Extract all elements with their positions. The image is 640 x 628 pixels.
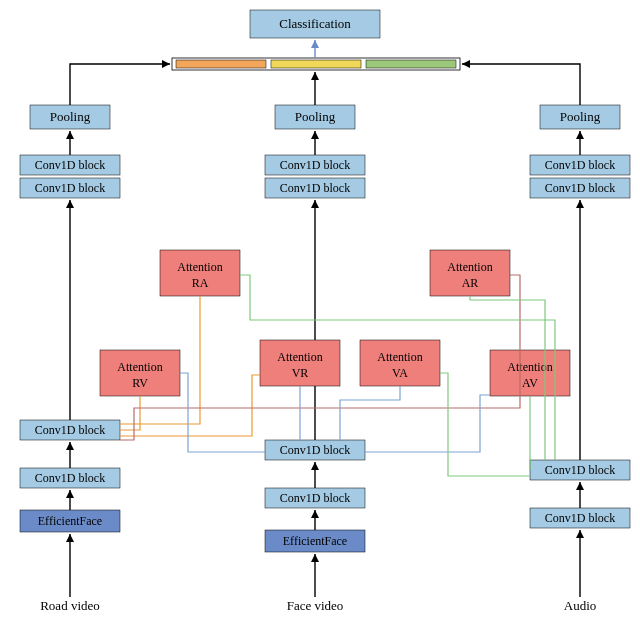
wire-va-q <box>340 386 400 440</box>
fused-segment-left <box>176 60 266 68</box>
road-pooling: Pooling <box>50 109 91 124</box>
attn-ra-l2: RA <box>192 276 209 290</box>
attn-ar-l1: Attention <box>447 260 492 274</box>
road-conv2: Conv1D block <box>35 423 105 437</box>
attn-vr-l2: VR <box>292 366 309 380</box>
attn-va-l1: Attention <box>377 350 422 364</box>
audio-conv1: Conv1D block <box>545 511 615 525</box>
audio-conv4: Conv1D block <box>545 158 615 172</box>
audio-conv3: Conv1D block <box>545 181 615 195</box>
fused-segment-right <box>366 60 456 68</box>
col-audio: Pooling Conv1D block Conv1D block Conv1D… <box>462 64 630 613</box>
audio-pooling: Pooling <box>560 109 601 124</box>
attn-av-l2: AV <box>522 376 538 390</box>
audio-conv2: Conv1D block <box>545 463 615 477</box>
face-input-label: Face video <box>287 598 344 613</box>
wire-rv-q <box>120 396 140 430</box>
face-conv3: Conv1D block <box>280 181 350 195</box>
face-conv1: Conv1D block <box>280 491 350 505</box>
attn-av-l1: Attention <box>507 360 552 374</box>
col-road: Pooling Conv1D block Conv1D block Conv1D… <box>20 64 170 613</box>
attn-ra-l1: Attention <box>177 260 222 274</box>
attn-rv-l2: RV <box>132 376 148 390</box>
face-pooling: Pooling <box>295 109 336 124</box>
attn-rv-l1: Attention <box>117 360 162 374</box>
road-conv3: Conv1D block <box>35 181 105 195</box>
architecture-diagram: Classification Pooling Conv1D block Conv… <box>0 0 640 628</box>
face-conv2: Conv1D block <box>280 443 350 457</box>
classification-label: Classification <box>279 16 351 31</box>
audio-input-label: Audio <box>564 598 597 613</box>
wire-av-k <box>365 395 490 452</box>
road-efficientface: EfficientFace <box>38 514 102 528</box>
road-conv1: Conv1D block <box>35 471 105 485</box>
attn-ar-l2: AR <box>462 276 479 290</box>
fused-segment-mid <box>271 60 361 68</box>
face-efficientface: EfficientFace <box>283 534 347 548</box>
attn-va-l2: VA <box>392 366 408 380</box>
road-input-label: Road video <box>40 598 100 613</box>
face-conv4: Conv1D block <box>280 158 350 172</box>
attn-vr-l1: Attention <box>277 350 322 364</box>
road-conv4: Conv1D block <box>35 158 105 172</box>
